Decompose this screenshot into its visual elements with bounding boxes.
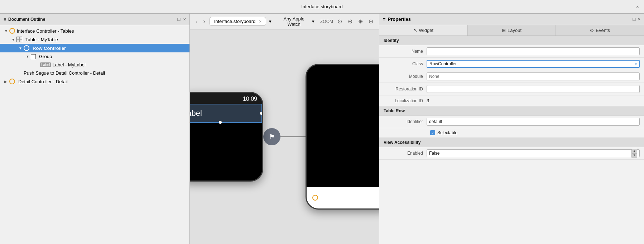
class-label: Class: [384, 61, 427, 66]
title-bar-close-button[interactable]: ×: [636, 4, 639, 10]
main-layout: ≡ Document Outline □ × ▼ Interface Contr…: [0, 14, 644, 244]
storyboard-tab-close[interactable]: ×: [259, 19, 261, 24]
inspector-content: Identity Name Class RowController ▾ Mo: [379, 36, 644, 244]
restoration-id-property-row: Restoration ID: [379, 83, 644, 95]
circle-icon-row-controller: [24, 45, 29, 51]
localization-id-label: Localization ID: [384, 98, 427, 103]
arrow-row-controller: ▼: [19, 46, 24, 50]
storyboard-tab-label: Interface.storyboard: [214, 19, 256, 24]
enabled-select-text: False: [429, 151, 439, 156]
enabled-stepper-down[interactable]: ▼: [631, 153, 637, 158]
enabled-value: False ▲ ▼: [427, 149, 640, 157]
outline-minimize-button[interactable]: □: [178, 17, 181, 22]
events-tab-label: Events: [596, 28, 610, 33]
nav-forward-button[interactable]: ›: [202, 18, 206, 25]
properties-panel-title-text: Properties: [388, 17, 411, 22]
label-push-segue: Push Segue to Detail Controller - Detail: [24, 70, 105, 76]
outline-close-button[interactable]: ×: [183, 17, 186, 22]
zoom-percent-button[interactable]: ⊛: [367, 17, 375, 25]
arrow-interface-controller: ▼: [4, 29, 9, 33]
localization-id-text: 3: [427, 98, 429, 103]
class-dropdown-arrow[interactable]: ▾: [635, 62, 637, 66]
storyboard-tab[interactable]: Interface.storyboard ×: [210, 17, 266, 26]
tree-item-detail-controller[interactable]: ▶ Detail Controller - Detail: [0, 77, 189, 86]
watch-scene: 10:09 Label: [190, 64, 379, 210]
device-selector-button[interactable]: Any Apple Watch ▾: [277, 16, 314, 27]
tab-widget[interactable]: ↖ Widget: [379, 25, 468, 36]
outline-panel-title-text: Document Outline: [8, 17, 45, 22]
tab-dropdown-arrow[interactable]: ▾: [269, 19, 271, 24]
properties-close-button[interactable]: ×: [638, 17, 640, 22]
circle-icon-detail-controller: [9, 79, 15, 84]
watch-detail-screen: [307, 65, 379, 187]
layout-tab-icon: ⊞: [502, 28, 506, 33]
module-input[interactable]: [427, 72, 640, 80]
properties-minimize-button[interactable]: □: [633, 17, 636, 22]
selectable-checkbox[interactable]: ✓: [430, 130, 435, 135]
nav-back-button[interactable]: ‹: [194, 18, 199, 25]
tree-item-group[interactable]: ▼ Group: [0, 52, 189, 61]
enabled-property-row: Enabled False ▲ ▼: [379, 147, 644, 160]
resize-handle-right[interactable]: [260, 112, 263, 115]
center-toolbar: ‹ › Interface.storyboard × ▾ Any Apple W…: [190, 14, 379, 29]
watch-label-row: Label: [190, 104, 262, 123]
enabled-stepper-up[interactable]: ▲: [631, 149, 637, 153]
title-bar: Interface.storyboard ×: [0, 0, 644, 14]
tree-item-row-controller[interactable]: ▼ Row Controller: [0, 44, 189, 52]
tab-layout[interactable]: ⊞ Layout: [468, 25, 556, 36]
class-property-row: Class RowController ▾: [379, 58, 644, 70]
watch-device-detail[interactable]: [306, 64, 379, 210]
identity-section-header: Identity: [379, 36, 644, 45]
arrow-table-mytable: ▼: [11, 38, 16, 42]
inspector-tabs: ↖ Widget ⊞ Layout ⊙ Events: [379, 25, 644, 36]
center-panel: ‹ › Interface.storyboard × ▾ Any Apple W…: [190, 14, 379, 244]
table-row-section-title: Table Row: [384, 108, 405, 113]
watch-device-main[interactable]: 10:09 Label: [190, 92, 263, 182]
table-icon-mytable: [16, 37, 22, 42]
outline-tree: ▼ Interface Controller - Tables ▼ Table …: [0, 25, 189, 244]
selectable-checkbox-row: ✓ Selectable: [379, 128, 644, 138]
restoration-id-input[interactable]: [427, 85, 640, 93]
outline-panel-header: ≡ Document Outline □ ×: [0, 14, 189, 25]
resize-handle-bottom[interactable]: [219, 121, 222, 124]
name-label: Name: [384, 49, 427, 54]
enabled-select[interactable]: False ▲ ▼: [427, 149, 640, 157]
square-icon-group: [31, 54, 36, 59]
identifier-label: Identifier: [384, 119, 427, 124]
storyboard-canvas[interactable]: 10:09 Label: [190, 29, 379, 244]
tree-item-push-segue[interactable]: Push Segue to Detail Controller - Detail: [0, 69, 189, 77]
name-input[interactable]: [427, 47, 640, 55]
selectable-label: Selectable: [437, 130, 457, 135]
zoom-fit-button[interactable]: ⊙: [336, 17, 343, 25]
events-tab-icon: ⊙: [590, 28, 594, 33]
outline-panel-controls: □ ×: [178, 17, 186, 22]
arrow-detail-controller: ▶: [4, 80, 9, 84]
properties-icon: ≡: [383, 17, 386, 22]
device-selector-arrow: ▾: [312, 19, 314, 24]
class-field[interactable]: RowController ▾: [427, 60, 640, 68]
watch-black-area: [190, 123, 262, 180]
module-property-row: Module: [379, 70, 644, 83]
view-accessibility-section-title: View Accessibility: [384, 140, 420, 145]
tab-events[interactable]: ⊙ Events: [556, 25, 644, 36]
watch-container-main: 10:09 Label: [190, 92, 263, 182]
label-group: Group: [39, 54, 52, 59]
label-row[interactable]: Label: [190, 104, 262, 123]
enabled-label: Enabled: [384, 151, 427, 156]
localization-id-value: 3: [427, 98, 640, 103]
zoom-out-button[interactable]: ⊖: [346, 17, 354, 25]
identifier-input[interactable]: [427, 118, 640, 126]
enabled-stepper[interactable]: ▲ ▼: [631, 149, 637, 158]
tree-item-label-mylabel[interactable]: Label Label - MyLabel: [0, 61, 189, 69]
properties-panel-controls: □ ×: [633, 17, 640, 22]
watch-bottom-area: [307, 187, 379, 208]
tree-item-table-mytable[interactable]: ▼ Table - MyTable: [0, 35, 189, 44]
tree-item-interface-controller[interactable]: ▼ Interface Controller - Tables: [0, 27, 189, 35]
properties-panel-header: ≡ Properties □ ×: [379, 14, 644, 25]
segue-circle[interactable]: ⚑: [263, 128, 280, 145]
label-table-mytable: Table - MyTable: [25, 37, 58, 42]
outline-panel-icon: ≡: [4, 17, 6, 22]
segue-icon: ⚑: [269, 133, 275, 141]
layout-tab-label: Layout: [508, 28, 522, 33]
zoom-in-button[interactable]: ⊕: [357, 17, 364, 25]
